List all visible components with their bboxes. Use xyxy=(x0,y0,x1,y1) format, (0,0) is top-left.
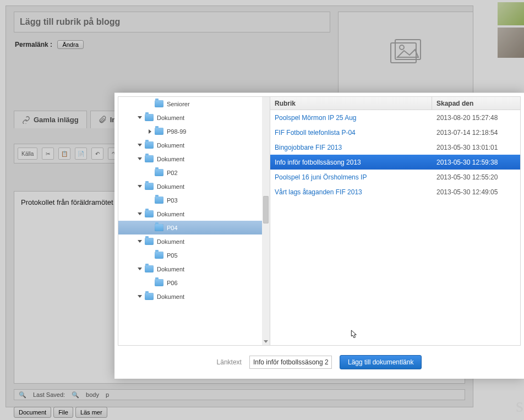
tree-item[interactable]: Dokument xyxy=(118,207,262,221)
list-row[interactable]: Vårt lags åtaganden FIF 20132013-05-30 1… xyxy=(270,184,520,199)
folder-icon xyxy=(145,238,154,245)
folder-tree-panel: SeniorerDokumentP98-99DokumentDokumentP0… xyxy=(118,97,270,345)
tree-item[interactable]: P06 xyxy=(118,276,262,290)
tree-item[interactable]: Dokument xyxy=(118,234,262,248)
folder-icon xyxy=(155,224,163,231)
tree-item-label: Dokument xyxy=(157,142,184,149)
list-row[interactable]: Poolspel Mörmon IP 25 Aug2013-08-20 15:2… xyxy=(270,110,520,125)
list-row[interactable]: FIF Fotboll telefonlista P-042013-07-14 … xyxy=(270,125,520,140)
chevron-right-icon[interactable] xyxy=(147,129,152,134)
row-title: Vårt lags åtaganden FIF 2013 xyxy=(270,188,432,196)
folder-icon xyxy=(155,252,163,259)
tree-item-label: Dokument xyxy=(157,238,184,245)
row-date: 2013-05-30 12:55:20 xyxy=(432,173,520,181)
chevron-down-icon[interactable] xyxy=(137,143,143,148)
tree-item-label: Seniorer xyxy=(167,101,190,107)
row-title: FIF Fotboll telefonlista P-04 xyxy=(270,129,432,137)
list-header: Rubrik Skapad den xyxy=(270,97,520,110)
folder-icon xyxy=(145,210,154,217)
tree-scrollbar[interactable] xyxy=(262,97,270,345)
disclosure-none xyxy=(147,170,152,176)
tree-item[interactable]: Dokument xyxy=(118,290,262,303)
document-list[interactable]: Poolspel Mörmon IP 25 Aug2013-08-20 15:2… xyxy=(270,110,520,345)
row-date: 2013-05-30 12:59:38 xyxy=(432,159,520,166)
tree-item[interactable]: Seniorer xyxy=(118,97,262,111)
document-list-panel: Rubrik Skapad den Poolspel Mörmon IP 25 … xyxy=(270,97,520,345)
document-link-dialog: SeniorerDokumentP98-99DokumentDokumentP0… xyxy=(114,92,524,379)
tree-item[interactable]: P98-99 xyxy=(118,124,262,138)
row-date: 2013-08-20 15:27:48 xyxy=(432,114,520,122)
folder-icon xyxy=(155,197,163,204)
tree-item-label: Dokument xyxy=(157,156,184,162)
row-date: 2013-05-30 13:01:01 xyxy=(432,144,520,151)
tree-item[interactable]: P02 xyxy=(118,166,262,179)
tree-item-label: P98-99 xyxy=(167,128,186,135)
tree-item[interactable]: Dokument xyxy=(118,111,262,124)
scrollbar-thumb[interactable] xyxy=(263,196,269,223)
folder-icon xyxy=(145,293,154,300)
chevron-down-icon[interactable] xyxy=(137,184,143,189)
row-title: Poolspel 16 juni Örsholmens IP xyxy=(270,173,432,181)
folder-icon xyxy=(155,100,163,107)
row-title: Info inför fotbollssäsong 2013 xyxy=(270,159,432,166)
tree-item[interactable]: Dokument xyxy=(118,138,262,152)
folder-tree[interactable]: SeniorerDokumentP98-99DokumentDokumentP0… xyxy=(118,97,262,345)
tree-item-label: P02 xyxy=(167,170,178,176)
list-row[interactable]: Bingojobbare FIF 20132013-05-30 13:01:01 xyxy=(270,140,520,155)
disclosure-none xyxy=(147,101,152,107)
folder-icon xyxy=(155,279,163,286)
tree-item-label: Dokument xyxy=(157,266,184,272)
disclosure-none xyxy=(147,253,152,258)
tree-item[interactable]: P05 xyxy=(118,248,262,262)
tree-item-label: Dokument xyxy=(157,211,184,217)
tree-item-label: Dokument xyxy=(157,114,184,121)
disclosure-none xyxy=(147,280,152,286)
scrollbar-down-icon[interactable] xyxy=(262,337,270,345)
dialog-body: SeniorerDokumentP98-99DokumentDokumentP0… xyxy=(118,96,521,346)
tree-item-label: Dokument xyxy=(157,183,184,190)
tree-item[interactable]: P03 xyxy=(118,193,262,207)
tree-item-label: P06 xyxy=(167,280,178,286)
brand-mark: s xyxy=(516,394,524,417)
folder-icon xyxy=(155,169,163,176)
row-title: Poolspel Mörmon IP 25 Aug xyxy=(270,114,432,122)
linktext-label: Länktext xyxy=(217,358,242,366)
list-row[interactable]: Poolspel 16 juni Örsholmens IP2013-05-30… xyxy=(270,170,520,184)
tree-item[interactable]: P04 xyxy=(118,221,262,234)
chevron-down-icon[interactable] xyxy=(137,239,143,244)
tree-item-label: P04 xyxy=(167,225,178,231)
tree-item[interactable]: Dokument xyxy=(118,152,262,166)
tree-item-label: P03 xyxy=(167,197,178,204)
list-row[interactable]: Info inför fotbollssäsong 20132013-05-30… xyxy=(270,155,520,170)
chevron-down-icon[interactable] xyxy=(137,115,143,121)
col-title-header[interactable]: Rubrik xyxy=(270,97,432,110)
folder-icon xyxy=(145,141,154,149)
disclosure-none xyxy=(147,225,152,231)
row-date: 2013-05-30 12:49:05 xyxy=(432,188,520,196)
chevron-down-icon[interactable] xyxy=(137,294,143,299)
col-date-header[interactable]: Skapad den xyxy=(432,100,520,107)
tree-item-label: Dokument xyxy=(157,293,184,300)
folder-icon xyxy=(145,114,154,121)
disclosure-none xyxy=(147,198,152,203)
dialog-footer: Länktext Lägg till dokumentlänk xyxy=(114,346,524,379)
chevron-down-icon[interactable] xyxy=(137,211,143,217)
folder-icon xyxy=(145,265,154,272)
add-document-link-button[interactable]: Lägg till dokumentlänk xyxy=(340,355,422,369)
tree-item[interactable]: Dokument xyxy=(118,179,262,193)
folder-icon xyxy=(145,155,154,162)
tree-item-label: P05 xyxy=(167,252,178,259)
folder-icon xyxy=(145,183,154,190)
chevron-down-icon[interactable] xyxy=(137,266,143,272)
row-title: Bingojobbare FIF 2013 xyxy=(270,144,432,151)
tree-item[interactable]: Dokument xyxy=(118,262,262,276)
linktext-input[interactable] xyxy=(249,356,332,369)
chevron-down-icon[interactable] xyxy=(137,156,143,162)
row-date: 2013-07-14 12:18:54 xyxy=(432,129,520,137)
folder-icon xyxy=(155,128,163,135)
